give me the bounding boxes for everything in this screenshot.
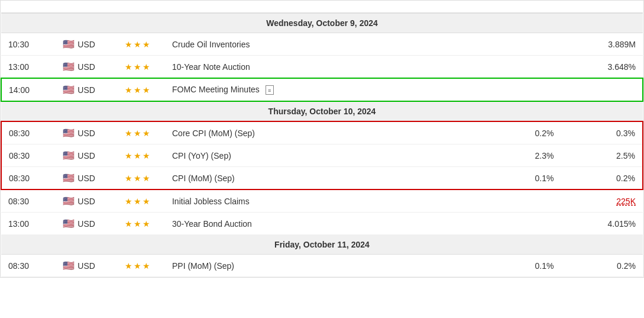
star-icon: ★ bbox=[143, 197, 150, 206]
time-cell: 14:00 bbox=[1, 78, 56, 101]
currency-cell: 🇺🇸 USD bbox=[56, 144, 110, 167]
star-icon: ★ bbox=[134, 129, 141, 138]
actual-cell bbox=[411, 33, 479, 56]
currency-cell: 🇺🇸 USD bbox=[56, 189, 110, 213]
currency-code: USD bbox=[77, 261, 95, 271]
flag-icon: 🇺🇸 bbox=[63, 172, 75, 184]
header-previous bbox=[561, 1, 643, 13]
previous-cell: 4.015% bbox=[561, 213, 643, 235]
table-row: 08:30 🇺🇸 USD ★★★ PPI (MoM) (Sep) 0.1% bbox=[1, 255, 643, 277]
event-cell: Initial Jobless Claims bbox=[165, 189, 411, 213]
actual-cell bbox=[411, 56, 479, 79]
previous-value: 3.889M bbox=[608, 40, 636, 49]
section-title: Wednesday, October 9, 2024 bbox=[1, 13, 643, 33]
time-cell: 13:00 bbox=[1, 213, 56, 235]
currency-cell: 🇺🇸 USD bbox=[56, 213, 110, 235]
previous-cell: 0.3% bbox=[561, 121, 643, 144]
star-icon: ★ bbox=[134, 174, 141, 183]
event-cell: FOMC Meeting Minutes ≡ bbox=[165, 78, 411, 101]
time-value: 08:30 bbox=[8, 261, 29, 271]
event-cell: Crude Oil Inventories bbox=[165, 33, 411, 56]
event-cell: Core CPI (MoM) (Sep) bbox=[165, 121, 411, 144]
previous-value: 0.2% bbox=[617, 261, 636, 271]
forecast-cell: 0.1% bbox=[479, 167, 561, 190]
currency-cell: 🇺🇸 USD bbox=[56, 121, 110, 144]
actual-cell bbox=[411, 255, 479, 277]
previous-value: 225K bbox=[616, 197, 636, 206]
star-icon: ★ bbox=[125, 129, 132, 138]
flag-icon: 🇺🇸 bbox=[63, 218, 75, 229]
forecast-cell bbox=[479, 189, 561, 213]
table-row: 10:30 🇺🇸 USD ★★★ Crude Oil Inventories bbox=[1, 33, 643, 56]
time-value: 08:30 bbox=[9, 129, 30, 138]
importance-cell: ★★★ bbox=[111, 167, 165, 190]
forecast-cell: 0.1% bbox=[479, 255, 561, 277]
currency-code: USD bbox=[77, 62, 95, 72]
section-title: Friday, October 11, 2024 bbox=[1, 235, 643, 255]
previous-cell: 225K bbox=[561, 189, 643, 213]
previous-cell: 0.2% bbox=[561, 255, 643, 277]
currency-cell: 🇺🇸 USD bbox=[56, 33, 110, 56]
time-cell: 08:30 bbox=[1, 121, 56, 144]
flag-icon: 🇺🇸 bbox=[63, 84, 75, 95]
star-icon: ★ bbox=[134, 62, 141, 72]
time-value: 13:00 bbox=[8, 219, 29, 229]
flag-icon: 🇺🇸 bbox=[63, 127, 75, 139]
forecast-cell bbox=[479, 33, 561, 56]
star-icon: ★ bbox=[125, 219, 132, 229]
section-title: Thursday, October 10, 2024 bbox=[1, 101, 643, 121]
time-cell: 08:30 bbox=[1, 255, 56, 277]
header-importance bbox=[111, 1, 165, 13]
header-actual bbox=[411, 1, 479, 13]
star-icon: ★ bbox=[134, 40, 141, 49]
forecast-value: 0.1% bbox=[535, 174, 554, 183]
star-icon: ★ bbox=[143, 40, 150, 49]
forecast-cell bbox=[479, 56, 561, 79]
header-event bbox=[165, 1, 411, 13]
table-row: 14:00 🇺🇸 USD ★★★ FOMC Meeting Minutes ≡ bbox=[1, 78, 643, 101]
forecast-value: 0.2% bbox=[535, 129, 554, 138]
star-icon: ★ bbox=[143, 151, 150, 160]
header-currency bbox=[56, 1, 110, 13]
time-value: 13:00 bbox=[8, 62, 29, 72]
previous-cell: 3.889M bbox=[561, 33, 643, 56]
star-icon: ★ bbox=[125, 85, 132, 95]
star-icon: ★ bbox=[143, 129, 150, 138]
flag-icon: 🇺🇸 bbox=[63, 260, 75, 271]
previous-cell bbox=[561, 78, 643, 101]
previous-cell: 3.648% bbox=[561, 56, 643, 79]
forecast-cell: 0.2% bbox=[479, 121, 561, 144]
star-icon: ★ bbox=[125, 174, 132, 183]
table-row: 08:30 🇺🇸 USD ★★★ Initial Jobless Claims bbox=[1, 189, 643, 213]
importance-cell: ★★★ bbox=[111, 78, 165, 101]
currency-cell: 🇺🇸 USD bbox=[56, 78, 110, 101]
actual-cell bbox=[411, 213, 479, 235]
time-value: 08:30 bbox=[8, 197, 29, 206]
forecast-cell bbox=[479, 213, 561, 235]
importance-cell: ★★★ bbox=[111, 189, 165, 213]
time-cell: 08:30 bbox=[1, 189, 56, 213]
star-icon: ★ bbox=[134, 85, 141, 95]
time-cell: 08:30 bbox=[1, 167, 56, 190]
previous-value: 3.648% bbox=[608, 62, 636, 72]
forecast-value: 2.3% bbox=[535, 151, 554, 160]
event-cell: CPI (YoY) (Sep) bbox=[165, 144, 411, 167]
previous-cell: 2.5% bbox=[561, 144, 643, 167]
event-cell: 10-Year Note Auction bbox=[165, 56, 411, 79]
star-icon: ★ bbox=[125, 261, 132, 271]
time-value: 08:30 bbox=[9, 151, 30, 160]
forecast-cell bbox=[479, 78, 561, 101]
importance-cell: ★★★ bbox=[111, 144, 165, 167]
star-icon: ★ bbox=[143, 174, 150, 183]
currency-cell: 🇺🇸 USD bbox=[56, 255, 110, 277]
table-row: 13:00 🇺🇸 USD ★★★ 10-Year Note Auction bbox=[1, 56, 643, 79]
table-row: 08:30 🇺🇸 USD ★★★ CPI (MoM) (Sep) 0.1% bbox=[1, 167, 643, 190]
actual-cell bbox=[411, 144, 479, 167]
currency-code: USD bbox=[77, 85, 95, 95]
previous-value: 0.3% bbox=[616, 129, 635, 138]
currency-cell: 🇺🇸 USD bbox=[56, 56, 110, 79]
currency-code: USD bbox=[77, 40, 95, 49]
importance-cell: ★★★ bbox=[111, 56, 165, 79]
time-value: 10:30 bbox=[8, 40, 29, 49]
star-icon: ★ bbox=[134, 197, 141, 206]
